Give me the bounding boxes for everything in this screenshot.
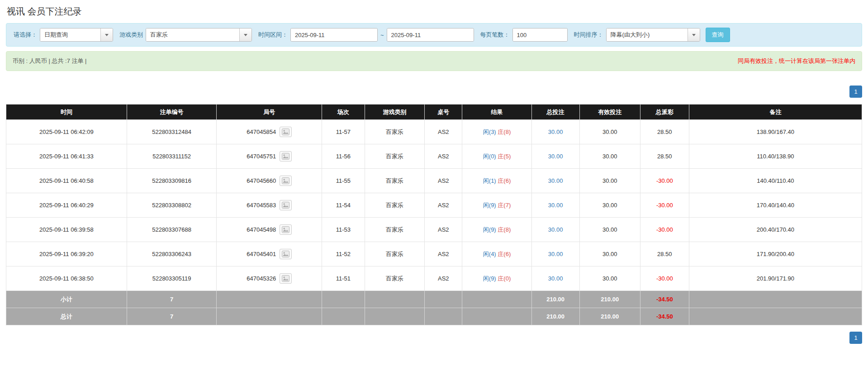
round-number: 647045751 [247,153,276,160]
date-to-picker[interactable] [387,28,474,42]
result-player: 闲(4) [483,251,496,257]
page-size-select[interactable] [512,28,568,42]
total-row: 总计 7 210.00 210.00 -34.50 [6,308,862,325]
header-note: 备注 [689,105,862,120]
round-detail-icon[interactable] [280,200,292,210]
page: 视讯 会员下注纪录 请选择： 日期查询 游戏类别 百家乐 时间区间： ~ 每页笔… [0,0,868,344]
total-bet-link[interactable]: 30.00 [548,251,563,257]
query-type-label: 请选择： [14,31,37,39]
page-title: 视讯 会员下注纪录 [6,4,862,23]
game-type-select[interactable]: 百家乐 [146,28,252,42]
cell-game-type: 百家乐 [365,120,424,144]
total-valid-bet: 210.00 [579,308,640,325]
cell-time: 2025-09-11 06:40:58 [6,169,127,193]
chevron-down-icon [105,34,109,36]
replay-image-icon [282,251,289,257]
round-detail-icon[interactable] [280,224,292,235]
header-bet-id: 注单编号 [127,105,217,120]
cell-round: 647045583 [217,193,322,218]
total-label: 总计 [6,308,127,325]
round-number: 647045660 [247,177,276,184]
cell-payout: -30.00 [640,266,689,291]
pagination-page-button[interactable]: 1 [849,332,862,344]
game-type-dropdown-button[interactable] [239,29,251,41]
round-detail-icon[interactable] [280,151,292,162]
result-player: 闲(0) [483,153,496,160]
replay-image-icon [282,177,289,184]
date-from-picker[interactable] [290,28,378,42]
cell-time: 2025-09-11 06:42:09 [6,120,127,144]
pagination-bottom: 1 [6,332,862,344]
cell-valid-bet: 30.00 [579,120,640,144]
cell-total-bet: 30.00 [531,169,579,193]
cell-table-number: AS2 [425,193,462,218]
result-player: 闲(9) [483,226,496,233]
cell-valid-bet: 30.00 [579,218,640,242]
round-number: 647045401 [247,251,276,257]
cell-session: 11-56 [322,144,365,169]
result-banker: 庄(8) [498,128,511,135]
cell-round: 647045660 [217,169,322,193]
cell-round: 647045498 [217,218,322,242]
chevron-down-icon [244,34,247,36]
total-bet-link[interactable]: 30.00 [548,153,563,160]
cell-game-type: 百家乐 [365,144,424,169]
query-type-value: 日期查询 [40,29,100,41]
cell-bet-id: 522803307688 [127,218,217,242]
table-row: 2025-09-11 06:39:58522803307688647045498… [6,218,862,242]
total-bet-link[interactable]: 30.00 [548,202,563,209]
cell-game-type: 百家乐 [365,242,424,266]
cell-bet-id: 522803305119 [127,266,217,291]
search-button[interactable]: 查询 [706,28,730,42]
cell-bet-id: 522803308802 [127,193,217,218]
round-detail-icon[interactable] [280,249,292,259]
date-from-input[interactable] [291,29,378,41]
cell-round: 647045854 [217,120,322,144]
query-type-dropdown-button[interactable] [100,29,113,41]
cell-note: 140.40/110.40 [689,169,862,193]
cell-table-number: AS2 [425,266,462,291]
total-bet-link[interactable]: 30.00 [548,128,563,135]
result-player: 闲(3) [483,128,496,135]
cell-payout: -30.00 [640,218,689,242]
result-banker: 庄(6) [498,251,511,257]
cell-session: 11-52 [322,242,365,266]
total-bet-link[interactable]: 30.00 [548,177,563,184]
round-detail-icon[interactable] [280,273,292,284]
table-header: 时间 注单编号 局号 场次 游戏类别 桌号 结果 总投注 有效投注 总派彩 备注 [6,105,862,120]
cell-total-bet: 30.00 [531,266,579,291]
cell-total-bet: 30.00 [531,144,579,169]
cell-table-number: AS2 [425,169,462,193]
result-banker: 庄(5) [498,153,511,160]
subtotal-total-bet: 210.00 [531,291,579,308]
date-to-input[interactable] [387,29,474,41]
round-number: 647045854 [247,128,276,135]
cell-table-number: AS2 [425,120,462,144]
round-number: 647045326 [247,275,276,282]
sort-order-select[interactable]: 降幕(由大到小) [606,28,700,42]
replay-image-icon [282,226,289,233]
cell-round: 647045401 [217,242,322,266]
cell-session: 11-53 [322,218,365,242]
cell-total-bet: 30.00 [531,242,579,266]
total-bet-link[interactable]: 30.00 [548,226,563,233]
cell-bet-id: 522803306243 [127,242,217,266]
sort-order-dropdown-button[interactable] [688,29,700,41]
query-type-select[interactable]: 日期查询 [40,28,113,42]
cell-note: 200.40/170.40 [689,218,862,242]
cell-valid-bet: 30.00 [579,242,640,266]
table-row: 2025-09-11 06:40:29522803308802647045583… [6,193,862,218]
cell-session: 11-57 [322,120,365,144]
cell-total-bet: 30.00 [531,218,579,242]
cell-session: 11-51 [322,266,365,291]
round-detail-icon[interactable] [280,127,292,137]
round-detail-icon[interactable] [280,176,292,186]
replay-image-icon [282,153,289,160]
page-size-input[interactable] [513,29,568,41]
total-bet-link[interactable]: 30.00 [548,275,563,282]
subtotal-row: 小计 7 210.00 210.00 -34.50 [6,291,862,308]
pagination-top: 1 [6,86,862,98]
pagination-page-button[interactable]: 1 [849,86,862,98]
result-player: 闲(9) [483,202,496,209]
result-banker: 庄(8) [498,226,511,233]
